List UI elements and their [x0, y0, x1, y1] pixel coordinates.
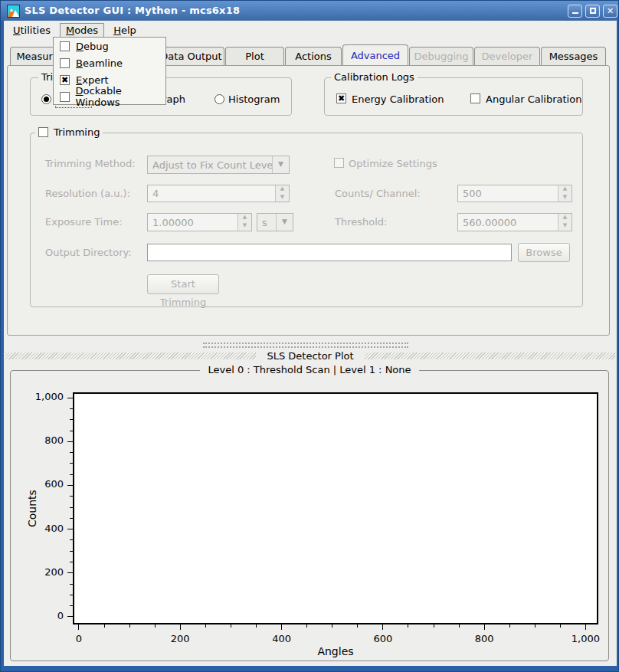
- menu-item-debug[interactable]: Debug: [54, 38, 165, 54]
- output-directory-input[interactable]: [147, 244, 512, 261]
- tick-mark: [484, 624, 485, 630]
- angular-calibration-checkbox[interactable]: [470, 93, 480, 103]
- tick-mark: [459, 624, 460, 628]
- trim-plot-radio-1[interactable]: [41, 94, 51, 104]
- tick-mark: [70, 595, 73, 595]
- tick-mark: [70, 551, 73, 552]
- check-icon: ✖: [338, 93, 345, 103]
- minimize-icon: [572, 7, 578, 14]
- tick-mark: [104, 624, 105, 628]
- menu-help[interactable]: Help: [107, 23, 142, 38]
- tick-label: 800: [461, 633, 507, 644]
- tick-mark: [509, 624, 510, 628]
- tick-mark: [129, 624, 130, 628]
- tick-label: 600: [360, 633, 406, 644]
- tick-label: 0: [56, 633, 102, 644]
- dock-titlebar[interactable]: SLS Detector Plot: [5, 349, 615, 362]
- tick-mark: [78, 624, 79, 630]
- menu-item-beamline[interactable]: Beamline: [54, 54, 165, 71]
- trimming-title-text: Trimming: [54, 126, 100, 138]
- spin-up-icon: ▲: [276, 185, 289, 194]
- tab-actions[interactable]: Actions: [285, 47, 342, 65]
- tick-mark: [70, 463, 73, 464]
- menu-item-dockable-windows[interactable]: Dockable Windows: [54, 88, 165, 105]
- trimming-groupbox: Trimming Trimming Method: Adjust to Fix …: [30, 133, 583, 307]
- calibration-logs-groupbox: Calibration Logs ✖ Energy Calibration An…: [324, 77, 583, 116]
- trim-plot-radio-histogram-label[interactable]: Histogram: [228, 93, 280, 105]
- threshold-spinbox: 560.00000 ▲▼: [457, 213, 572, 231]
- trimming-method-label: Trimming Method:: [45, 158, 136, 169]
- titlebar: SLS Detector GUI : Mythen - mcs6x18 ✕: [1, 1, 619, 21]
- app-icon: [7, 5, 20, 18]
- tick-mark: [70, 431, 73, 431]
- tick-mark: [67, 441, 73, 442]
- output-directory-label: Output Directory:: [45, 247, 132, 258]
- tab-advanced[interactable]: Advanced: [342, 44, 408, 65]
- start-trimming-button: Start Trimming: [147, 274, 219, 294]
- tab-debugging: Debugging: [409, 47, 473, 65]
- tick-mark: [535, 624, 535, 628]
- beamline-checkbox: [60, 58, 70, 68]
- exposure-time-spinbox: 1.00000 ▲▼: [147, 213, 252, 231]
- tick-mark: [306, 624, 307, 628]
- debug-checkbox: [60, 41, 70, 51]
- tick-mark: [70, 408, 73, 409]
- tick-mark: [560, 624, 561, 628]
- close-icon: ✕: [607, 6, 614, 16]
- x-axis-label: Angles: [297, 645, 374, 657]
- angular-calibration-label[interactable]: Angular Calibration: [486, 93, 581, 105]
- splitter-handle[interactable]: [203, 343, 408, 348]
- dock-title: SLS Detector Plot: [256, 350, 364, 362]
- spin-up-icon: ▲: [558, 185, 572, 194]
- menu-modes[interactable]: Modes: [60, 23, 104, 38]
- spin-down-icon: ▼: [238, 222, 251, 231]
- browse-button: Browse: [518, 243, 570, 262]
- counts-channel-spinbox: 500 ▲▼: [457, 185, 572, 202]
- trim-plot-radio-histogram[interactable]: [215, 94, 224, 104]
- tick-mark: [70, 496, 73, 497]
- exposure-unit-combobox: s ▼: [257, 213, 293, 231]
- trimming-enable-checkbox[interactable]: [38, 127, 48, 137]
- plot-title: Level 0 : Threshold Scan | Level 1 : Non…: [11, 364, 608, 375]
- energy-calibration-label[interactable]: Energy Calibration: [352, 93, 444, 105]
- tab-messages[interactable]: Messages: [541, 47, 606, 65]
- tick-mark: [281, 624, 282, 630]
- expert-checkbox: ✖: [60, 75, 70, 85]
- modes-menu-popup: Debug Beamline ✖ Expert Dockable Windows: [53, 37, 166, 105]
- menu-utilities[interactable]: Utilities: [7, 23, 57, 38]
- tick-mark: [357, 624, 358, 628]
- tick-label: 1,000: [22, 391, 64, 402]
- tick-mark: [585, 624, 586, 630]
- trimming-group-title: Trimming: [35, 126, 103, 138]
- minimize-button[interactable]: [568, 5, 582, 18]
- chevron-down-icon: ▼: [276, 214, 293, 231]
- tick-mark: [70, 605, 73, 606]
- tick-mark: [70, 419, 73, 420]
- spin-up-icon: ▲: [558, 214, 572, 222]
- spin-down-icon: ▼: [558, 194, 572, 202]
- exposure-time-label: Exposure Time:: [45, 216, 123, 228]
- energy-calibration-checkbox[interactable]: ✖: [336, 93, 346, 103]
- maximize-button[interactable]: [585, 5, 600, 18]
- plot-canvas[interactable]: [73, 392, 598, 624]
- close-button[interactable]: ✕: [603, 5, 617, 18]
- tab-plot[interactable]: Plot: [225, 47, 284, 65]
- tick-mark: [180, 624, 181, 630]
- window-title: SLS Detector GUI : Mythen - mcs6x18: [25, 5, 240, 16]
- tick-label: 400: [259, 633, 305, 644]
- tick-label: 0: [22, 610, 64, 621]
- tick-mark: [67, 485, 73, 486]
- y-axis-label: Counts: [26, 447, 38, 570]
- tick-label: 800: [22, 434, 64, 446]
- tick-mark: [155, 624, 156, 628]
- menubar: Utilities Modes Help: [4, 21, 617, 38]
- tick-mark: [256, 624, 257, 628]
- optimize-settings-label: Optimize Settings: [349, 158, 437, 169]
- tick-mark: [382, 624, 383, 630]
- resolution-label: Resolution (a.u.):: [45, 188, 130, 199]
- tick-mark: [70, 474, 73, 475]
- tick-label: 1,000: [562, 633, 608, 644]
- resolution-spinbox: 4 ▲▼: [147, 185, 290, 202]
- tab-data-output[interactable]: Data Output: [158, 47, 224, 65]
- spin-up-icon: ▲: [238, 214, 251, 222]
